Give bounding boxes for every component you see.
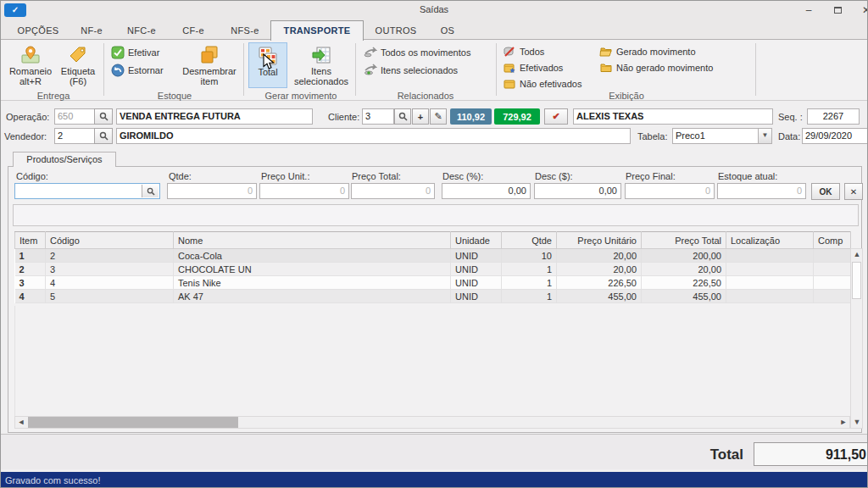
todos-button[interactable]: Todos bbox=[503, 45, 544, 58]
estoque-atual-input[interactable]: 0 bbox=[717, 183, 806, 199]
maximize-button[interactable] bbox=[828, 3, 847, 18]
qtde-input[interactable]: 0 bbox=[167, 183, 257, 199]
boxes-icon bbox=[198, 44, 220, 66]
data-input[interactable]: 29/09/2020 bbox=[802, 128, 868, 144]
efetivados-button[interactable]: Efetivados bbox=[503, 61, 563, 75]
col-comp[interactable]: Comp bbox=[814, 232, 851, 249]
seq-label: Seq. : bbox=[778, 112, 803, 122]
romaneio-button[interactable]: Romaneio alt+R bbox=[8, 42, 53, 86]
maximize-icon bbox=[834, 7, 842, 14]
tag-icon bbox=[67, 44, 89, 66]
minimize-button[interactable]: – bbox=[799, 3, 818, 18]
table-row[interactable]: 3 4 Tenis Nike UNID 1 226,50 226,50 bbox=[15, 276, 851, 290]
operacao-search-button[interactable] bbox=[94, 108, 113, 125]
col-codigo[interactable]: Código bbox=[46, 232, 174, 249]
tab-transporte[interactable]: TRANSPORTE bbox=[270, 20, 364, 41]
nao-gerado-movimento-label: Não gerado movimento bbox=[616, 63, 713, 73]
col-nome[interactable]: Nome bbox=[174, 232, 451, 249]
scroll-left-icon[interactable]: ◄ bbox=[15, 417, 27, 428]
col-unidade[interactable]: Unidade bbox=[451, 232, 502, 249]
table-row[interactable]: 2 3 CHOCOLATE UN UNID 1 20,00 20,00 bbox=[15, 263, 851, 276]
app-window: ✓ Saídas – ✕ OPÇÕES NF-e NFC-e CF-e NFS-… bbox=[0, 0, 868, 488]
chevron-down-icon[interactable]: ▼ bbox=[758, 129, 771, 143]
col-preco-total[interactable]: Preço Total bbox=[642, 232, 726, 249]
todos-movimentos-label: Todos os movimentos bbox=[381, 47, 470, 58]
data-label: Data: bbox=[778, 131, 800, 141]
tab-produtos-servicos[interactable]: Produtos/Serviços bbox=[13, 152, 116, 167]
itens-selecionados-rel-label: Itens selecionados bbox=[381, 65, 458, 75]
tab-cfe[interactable]: CF-e bbox=[174, 23, 213, 40]
cliente-status-button[interactable]: ✔ bbox=[544, 108, 568, 125]
table-row[interactable]: 1 2 Coca-Cola UNID 10 20,00 200,00 bbox=[15, 249, 851, 263]
vertical-scroll-thumb[interactable] bbox=[852, 262, 861, 299]
vertical-scrollbar[interactable]: ▲ ▼ bbox=[850, 248, 863, 429]
codigo-input[interactable] bbox=[14, 183, 160, 199]
tab-nfce[interactable]: NFC-e bbox=[120, 23, 164, 40]
cliente-search-button[interactable] bbox=[394, 108, 411, 125]
tab-nfe[interactable]: NF-e bbox=[72, 23, 111, 40]
itens-selecionados-button[interactable]: Itens selecionados bbox=[291, 42, 352, 86]
seq-input[interactable]: 2267 bbox=[807, 108, 860, 125]
col-item[interactable]: Item bbox=[15, 232, 46, 249]
yellow-box-star-icon bbox=[503, 61, 516, 75]
tabela-select[interactable]: Preco1 ▼ bbox=[672, 128, 772, 144]
desc-pct-input[interactable]: 0,00 bbox=[442, 183, 531, 199]
ok-button[interactable]: OK bbox=[811, 183, 840, 200]
scroll-up-icon[interactable]: ▲ bbox=[851, 249, 863, 260]
scroll-right-icon[interactable]: ► bbox=[837, 417, 849, 428]
estornar-button[interactable]: Estornar bbox=[111, 64, 164, 77]
title-bar: ✓ Saídas – ✕ bbox=[1, 1, 867, 19]
operacao-input[interactable]: 650 bbox=[54, 108, 95, 125]
cliente-add-button[interactable]: + bbox=[412, 108, 429, 125]
efetivar-button[interactable]: Efetivar bbox=[111, 46, 159, 59]
item-description-box bbox=[13, 204, 859, 226]
col-localizacao[interactable]: Localização bbox=[726, 232, 814, 249]
todos-movimentos-button[interactable]: Todos os movimentos bbox=[364, 46, 470, 59]
preco-final-input[interactable]: 0 bbox=[625, 183, 715, 199]
nao-gerado-movimento-button[interactable]: Não gerado movimento bbox=[599, 61, 713, 75]
undo-arrow-icon bbox=[111, 64, 125, 77]
tab-outros[interactable]: OUTROS bbox=[370, 23, 421, 40]
preco-unit-input[interactable]: 0 bbox=[259, 183, 349, 199]
gerado-movimento-button[interactable]: Gerado movimento bbox=[599, 45, 696, 58]
search-icon bbox=[398, 112, 408, 121]
desmembrar-item-button[interactable]: Desmembrar item bbox=[177, 42, 242, 86]
closed-folder-icon bbox=[599, 61, 613, 75]
efetivar-label: Efetivar bbox=[128, 47, 159, 58]
search-icon bbox=[99, 131, 108, 141]
cliente-nome-input[interactable]: ALEXIS TEXAS bbox=[573, 108, 773, 125]
col-preco-unitario[interactable]: Preço Unitário bbox=[557, 232, 642, 249]
cliente-edit-button[interactable]: ✎ bbox=[430, 108, 447, 125]
entry-close-button[interactable]: ✕ bbox=[844, 183, 863, 200]
cliente-credit-badge: 110,92 bbox=[450, 108, 492, 125]
itens-selecionados-rel-button[interactable]: Itens selecionados bbox=[364, 64, 458, 77]
table-empty-area bbox=[14, 306, 850, 416]
cliente-input[interactable]: 3 bbox=[362, 108, 394, 125]
nao-efetivados-button[interactable]: Não efetivados bbox=[503, 77, 581, 91]
tab-nfse[interactable]: NFS-e bbox=[223, 23, 267, 40]
desmembrar-label: Desmembrar bbox=[182, 66, 236, 76]
yellow-box-icon bbox=[503, 77, 516, 91]
close-button[interactable]: ✕ bbox=[857, 3, 868, 18]
etiqueta-button[interactable]: Etiqueta (F6) bbox=[55, 42, 101, 86]
romaneio-label: Romaneio bbox=[9, 66, 52, 76]
desc-cash-input[interactable]: 0,00 bbox=[534, 183, 621, 199]
vendedor-input[interactable]: 2 bbox=[54, 128, 95, 144]
window-title: Saídas bbox=[1, 4, 867, 14]
itens-selecionados-label: Itens bbox=[311, 66, 331, 76]
vendedor-nome-input[interactable]: GIROMILDO bbox=[116, 128, 631, 144]
ribbon-separator bbox=[103, 43, 104, 96]
preco-total-input[interactable]: 0 bbox=[351, 183, 435, 199]
operacao-nome-input[interactable]: VENDA ENTREGA FUTURA bbox=[116, 108, 313, 125]
gray-arrows-icon bbox=[364, 46, 377, 59]
horizontal-scrollbar[interactable]: ◄ ► bbox=[14, 416, 850, 429]
col-qtde[interactable]: Qtde bbox=[502, 232, 557, 249]
tab-opcoes[interactable]: OPÇÕES bbox=[8, 23, 69, 40]
scroll-down-icon[interactable]: ▼ bbox=[851, 417, 863, 428]
codigo-search-button[interactable] bbox=[142, 185, 159, 197]
horizontal-scroll-thumb[interactable] bbox=[28, 417, 238, 428]
vendedor-search-button[interactable] bbox=[94, 128, 113, 144]
tab-os[interactable]: OS bbox=[435, 23, 460, 40]
table-row[interactable]: 4 5 AK 47 UNID 1 455,00 455,00 bbox=[15, 290, 851, 303]
search-icon bbox=[147, 187, 155, 196]
